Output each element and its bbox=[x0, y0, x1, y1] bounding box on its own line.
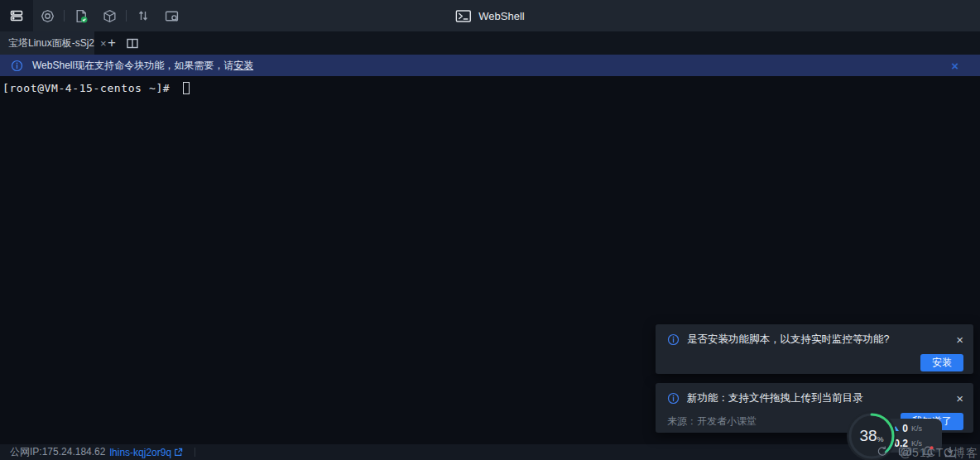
terminal-prompt: [root@VM-4-15-centos ~]# bbox=[2, 82, 177, 94]
instance-link-text: lhins-kqj2or9q bbox=[109, 447, 171, 458]
upload-value: 0 bbox=[902, 423, 908, 434]
public-ip-label: 公网IP:175.24.184.62 bbox=[10, 445, 105, 459]
status-bar: 公网IP:175.24.184.62 lhins-kqj2or9q bbox=[0, 444, 980, 460]
panel-list-icon[interactable] bbox=[0, 0, 33, 31]
gauge-percent: 38 bbox=[859, 427, 877, 445]
bottom-right-icons bbox=[876, 445, 957, 458]
install-button[interactable]: 安装 bbox=[920, 354, 963, 371]
gauge-percent-sign: % bbox=[877, 435, 884, 443]
banner-close-icon[interactable]: × bbox=[951, 60, 958, 72]
notice-banner: WebShell现在支持命令块功能，如果需要，请安装 × bbox=[0, 55, 980, 76]
statusbar-separator bbox=[195, 448, 195, 457]
toast-close-icon[interactable]: × bbox=[956, 333, 963, 346]
package-icon[interactable] bbox=[95, 0, 123, 31]
instance-link[interactable]: lhins-kqj2or9q bbox=[109, 447, 183, 458]
info-icon bbox=[667, 392, 680, 405]
app-title-text: WebShell bbox=[478, 10, 524, 22]
gear-icon[interactable] bbox=[33, 0, 61, 31]
upload-unit: K/s bbox=[911, 424, 922, 433]
tab-actions: + bbox=[108, 31, 139, 55]
tab-bar: 宝塔Linux面板-sSj2 × + bbox=[0, 31, 980, 55]
toast-source: 来源：开发者小课堂 bbox=[667, 414, 757, 429]
external-link-icon bbox=[174, 448, 183, 457]
window-search-icon[interactable] bbox=[157, 0, 185, 31]
app-title: WebShell bbox=[455, 0, 524, 31]
tab-close-icon[interactable]: × bbox=[100, 38, 107, 49]
banner-install-link[interactable]: 安装 bbox=[233, 60, 253, 71]
toast-close-icon[interactable]: × bbox=[956, 392, 963, 405]
terminal-icon bbox=[455, 9, 471, 23]
sort-arrows-icon[interactable] bbox=[129, 0, 157, 31]
file-check-icon[interactable] bbox=[67, 0, 95, 31]
restart-icon[interactable] bbox=[876, 445, 889, 458]
new-tab-button[interactable]: + bbox=[108, 35, 116, 51]
toast-install-monitor: 是否安装功能脚本，以支持实时监控等功能? × 安装 bbox=[656, 324, 973, 374]
tab-label: 宝塔Linux面板-sSj2 bbox=[8, 36, 94, 50]
terminal-cursor bbox=[183, 82, 190, 94]
split-view-icon[interactable] bbox=[126, 37, 139, 50]
toast-message: 是否安装功能脚本，以支持实时监控等功能? bbox=[687, 333, 889, 347]
info-icon bbox=[667, 333, 680, 346]
top-toolbar: WebShell bbox=[0, 0, 980, 31]
download-icon[interactable] bbox=[944, 445, 957, 458]
banner-message-text: WebShell现在支持命令块功能，如果需要，请 bbox=[32, 60, 233, 71]
banner-message: WebShell现在支持命令块功能，如果需要，请安装 bbox=[32, 59, 253, 73]
keyboard-icon[interactable] bbox=[898, 445, 912, 458]
toolbar-separator bbox=[64, 10, 65, 22]
info-icon bbox=[11, 60, 23, 72]
tab-bt-linux-panel[interactable]: 宝塔Linux面板-sSj2 × bbox=[0, 31, 94, 55]
toolbar-separator bbox=[126, 10, 127, 22]
webshell-window: WebShell 宝塔Linux面板-sSj2 × + bbox=[0, 0, 980, 460]
toast-message: 新功能：支持文件拖拽上传到当前目录 bbox=[687, 391, 863, 405]
bell-icon[interactable] bbox=[921, 445, 934, 458]
